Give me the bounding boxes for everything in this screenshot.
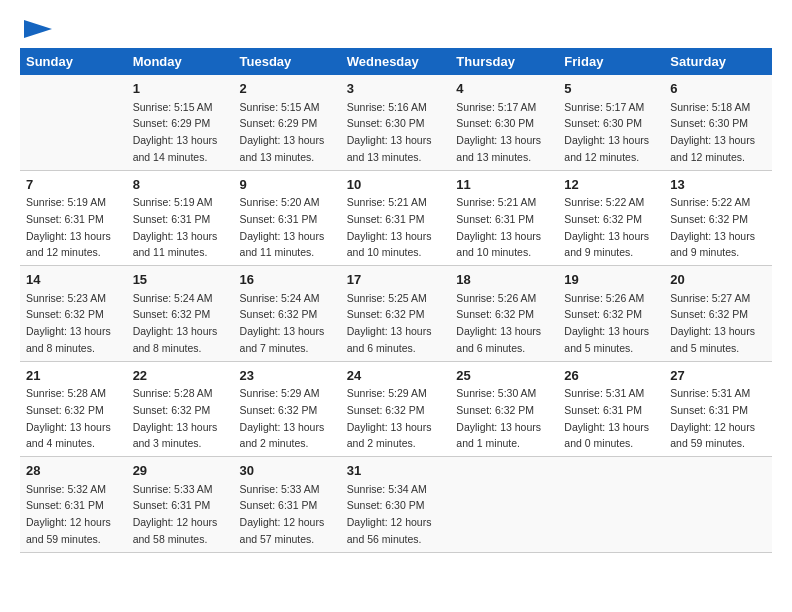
col-saturday: Saturday xyxy=(664,48,772,75)
sunrise-text: Sunrise: 5:16 AM xyxy=(347,101,427,113)
day-number: 13 xyxy=(670,175,766,195)
sunset-text: Sunset: 6:32 PM xyxy=(670,213,748,225)
sunrise-text: Sunrise: 5:21 AM xyxy=(456,196,536,208)
sunrise-text: Sunrise: 5:31 AM xyxy=(670,387,750,399)
day-number: 20 xyxy=(670,270,766,290)
daylight-text: Daylight: 12 hours and 57 minutes. xyxy=(240,516,325,545)
table-row: 30 Sunrise: 5:33 AM Sunset: 6:31 PM Dayl… xyxy=(234,457,341,553)
day-number: 28 xyxy=(26,461,121,481)
day-number: 26 xyxy=(564,366,658,386)
sunset-text: Sunset: 6:32 PM xyxy=(240,404,318,416)
sunset-text: Sunset: 6:31 PM xyxy=(240,499,318,511)
sunrise-text: Sunrise: 5:30 AM xyxy=(456,387,536,399)
table-row: 16 Sunrise: 5:24 AM Sunset: 6:32 PM Dayl… xyxy=(234,266,341,362)
table-row: 22 Sunrise: 5:28 AM Sunset: 6:32 PM Dayl… xyxy=(127,361,234,457)
daylight-text: Daylight: 13 hours and 13 minutes. xyxy=(456,134,541,163)
daylight-text: Daylight: 12 hours and 56 minutes. xyxy=(347,516,432,545)
sunrise-text: Sunrise: 5:28 AM xyxy=(26,387,106,399)
daylight-text: Daylight: 13 hours and 2 minutes. xyxy=(347,421,432,450)
day-number: 22 xyxy=(133,366,228,386)
day-number: 23 xyxy=(240,366,335,386)
daylight-text: Daylight: 13 hours and 13 minutes. xyxy=(347,134,432,163)
day-number: 7 xyxy=(26,175,121,195)
sunset-text: Sunset: 6:32 PM xyxy=(456,404,534,416)
daylight-text: Daylight: 13 hours and 6 minutes. xyxy=(347,325,432,354)
day-number: 16 xyxy=(240,270,335,290)
sunrise-text: Sunrise: 5:19 AM xyxy=(133,196,213,208)
sunset-text: Sunset: 6:31 PM xyxy=(26,213,104,225)
sunrise-text: Sunrise: 5:29 AM xyxy=(240,387,320,399)
sunrise-text: Sunrise: 5:29 AM xyxy=(347,387,427,399)
table-row xyxy=(558,457,664,553)
daylight-text: Daylight: 13 hours and 8 minutes. xyxy=(26,325,111,354)
table-row: 29 Sunrise: 5:33 AM Sunset: 6:31 PM Dayl… xyxy=(127,457,234,553)
table-row: 13 Sunrise: 5:22 AM Sunset: 6:32 PM Dayl… xyxy=(664,170,772,266)
daylight-text: Daylight: 13 hours and 5 minutes. xyxy=(670,325,755,354)
table-row: 31 Sunrise: 5:34 AM Sunset: 6:30 PM Dayl… xyxy=(341,457,451,553)
daylight-text: Daylight: 13 hours and 0 minutes. xyxy=(564,421,649,450)
daylight-text: Daylight: 13 hours and 1 minute. xyxy=(456,421,541,450)
day-number: 30 xyxy=(240,461,335,481)
sunset-text: Sunset: 6:32 PM xyxy=(26,404,104,416)
daylight-text: Daylight: 13 hours and 13 minutes. xyxy=(240,134,325,163)
calendar-header-row: Sunday Monday Tuesday Wednesday Thursday… xyxy=(20,48,772,75)
sunset-text: Sunset: 6:31 PM xyxy=(456,213,534,225)
table-row xyxy=(450,457,558,553)
sunset-text: Sunset: 6:32 PM xyxy=(670,308,748,320)
daylight-text: Daylight: 12 hours and 58 minutes. xyxy=(133,516,218,545)
daylight-text: Daylight: 13 hours and 12 minutes. xyxy=(564,134,649,163)
day-number: 25 xyxy=(456,366,552,386)
table-row: 9 Sunrise: 5:20 AM Sunset: 6:31 PM Dayli… xyxy=(234,170,341,266)
daylight-text: Daylight: 13 hours and 11 minutes. xyxy=(240,230,325,259)
sunrise-text: Sunrise: 5:25 AM xyxy=(347,292,427,304)
table-row: 21 Sunrise: 5:28 AM Sunset: 6:32 PM Dayl… xyxy=(20,361,127,457)
sunset-text: Sunset: 6:32 PM xyxy=(240,308,318,320)
day-number: 17 xyxy=(347,270,445,290)
sunset-text: Sunset: 6:31 PM xyxy=(133,213,211,225)
page-header xyxy=(20,20,772,38)
table-row: 10 Sunrise: 5:21 AM Sunset: 6:31 PM Dayl… xyxy=(341,170,451,266)
col-friday: Friday xyxy=(558,48,664,75)
calendar-week-row: 1 Sunrise: 5:15 AM Sunset: 6:29 PM Dayli… xyxy=(20,75,772,170)
sunset-text: Sunset: 6:32 PM xyxy=(456,308,534,320)
sunset-text: Sunset: 6:29 PM xyxy=(133,117,211,129)
day-number: 29 xyxy=(133,461,228,481)
daylight-text: Daylight: 13 hours and 10 minutes. xyxy=(347,230,432,259)
daylight-text: Daylight: 13 hours and 12 minutes. xyxy=(670,134,755,163)
calendar-table: Sunday Monday Tuesday Wednesday Thursday… xyxy=(20,48,772,553)
daylight-text: Daylight: 13 hours and 4 minutes. xyxy=(26,421,111,450)
sunset-text: Sunset: 6:30 PM xyxy=(670,117,748,129)
day-number: 14 xyxy=(26,270,121,290)
sunset-text: Sunset: 6:31 PM xyxy=(26,499,104,511)
day-number: 3 xyxy=(347,79,445,99)
sunrise-text: Sunrise: 5:20 AM xyxy=(240,196,320,208)
day-number: 1 xyxy=(133,79,228,99)
sunrise-text: Sunrise: 5:26 AM xyxy=(564,292,644,304)
sunrise-text: Sunrise: 5:34 AM xyxy=(347,483,427,495)
daylight-text: Daylight: 13 hours and 6 minutes. xyxy=(456,325,541,354)
table-row: 12 Sunrise: 5:22 AM Sunset: 6:32 PM Dayl… xyxy=(558,170,664,266)
logo-arrow-icon xyxy=(24,20,52,38)
table-row: 6 Sunrise: 5:18 AM Sunset: 6:30 PM Dayli… xyxy=(664,75,772,170)
table-row: 15 Sunrise: 5:24 AM Sunset: 6:32 PM Dayl… xyxy=(127,266,234,362)
col-tuesday: Tuesday xyxy=(234,48,341,75)
daylight-text: Daylight: 13 hours and 9 minutes. xyxy=(670,230,755,259)
table-row: 27 Sunrise: 5:31 AM Sunset: 6:31 PM Dayl… xyxy=(664,361,772,457)
table-row xyxy=(664,457,772,553)
logo xyxy=(20,20,52,38)
sunrise-text: Sunrise: 5:15 AM xyxy=(240,101,320,113)
col-sunday: Sunday xyxy=(20,48,127,75)
sunset-text: Sunset: 6:30 PM xyxy=(564,117,642,129)
col-wednesday: Wednesday xyxy=(341,48,451,75)
calendar-week-row: 14 Sunrise: 5:23 AM Sunset: 6:32 PM Dayl… xyxy=(20,266,772,362)
day-number: 19 xyxy=(564,270,658,290)
table-row: 19 Sunrise: 5:26 AM Sunset: 6:32 PM Dayl… xyxy=(558,266,664,362)
col-thursday: Thursday xyxy=(450,48,558,75)
day-number: 4 xyxy=(456,79,552,99)
sunrise-text: Sunrise: 5:28 AM xyxy=(133,387,213,399)
table-row: 11 Sunrise: 5:21 AM Sunset: 6:31 PM Dayl… xyxy=(450,170,558,266)
day-number: 27 xyxy=(670,366,766,386)
sunrise-text: Sunrise: 5:31 AM xyxy=(564,387,644,399)
daylight-text: Daylight: 13 hours and 3 minutes. xyxy=(133,421,218,450)
sunset-text: Sunset: 6:30 PM xyxy=(456,117,534,129)
